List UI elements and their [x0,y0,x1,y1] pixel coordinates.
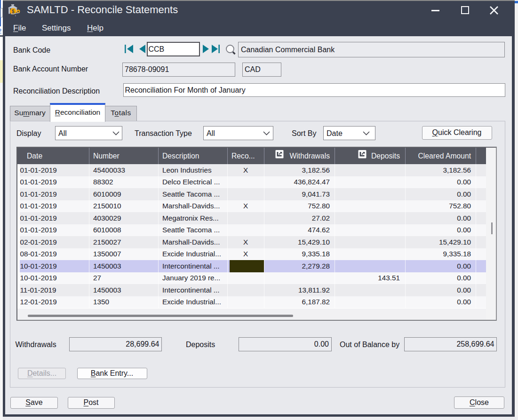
svg-text:$: $ [12,9,15,14]
